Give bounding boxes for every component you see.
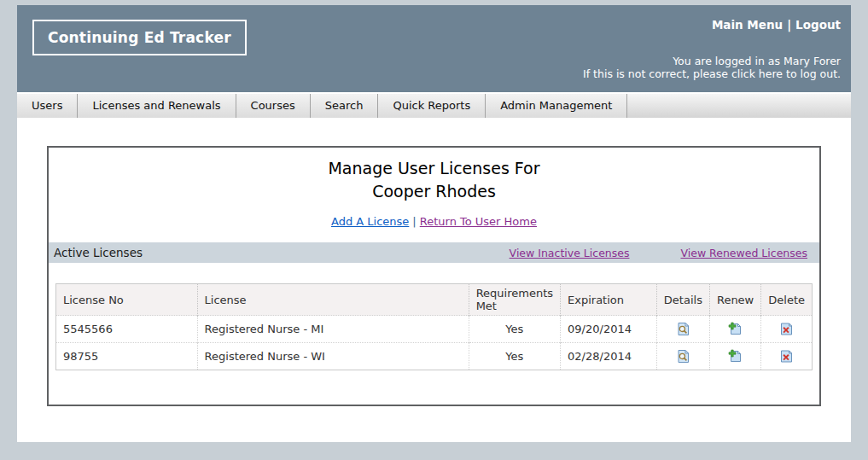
license-cell: Registered Nurse - WI xyxy=(197,343,469,370)
nav-tab-quick-reports[interactable]: Quick Reports xyxy=(378,94,486,118)
nav-tab-users[interactable]: Users xyxy=(17,94,78,118)
table-row: 98755 Registered Nurse - WI Yes 02/28/20… xyxy=(56,343,813,370)
expiration-cell: 09/20/2014 xyxy=(561,316,657,343)
requirements-met-cell: Yes xyxy=(469,316,560,343)
app-logo-text: Continuing Ed Tracker xyxy=(48,29,231,46)
main-nav: Users Licenses and Renewals Courses Sear… xyxy=(17,94,851,118)
col-header-license: License xyxy=(197,284,469,316)
return-to-user-home-link[interactable]: Return To User Home xyxy=(420,215,537,228)
requirements-met-cell: Yes xyxy=(469,343,560,370)
active-licenses-bar: Active Licenses View Inactive Licenses V… xyxy=(49,242,819,263)
col-header-expiration: Expiration xyxy=(561,284,657,316)
table-row: 5545566 Registered Nurse - MI Yes 09/20/… xyxy=(56,316,813,343)
section-title: Active Licenses xyxy=(49,246,143,259)
manage-licenses-panel: Manage User Licenses For Cooper Rhodes A… xyxy=(47,146,821,406)
nav-tab-courses[interactable]: Courses xyxy=(236,94,311,118)
table-header-row: License No License Requirements Met Expi… xyxy=(56,284,813,316)
col-header-delete: Delete xyxy=(761,284,813,316)
action-links: Add A License|Return To User Home xyxy=(49,215,819,228)
expiration-cell: 02/28/2014 xyxy=(561,343,657,370)
header-right: Main Menu|Logout You are logged in as Ma… xyxy=(583,18,841,80)
main-menu-link[interactable]: Main Menu xyxy=(712,18,783,32)
content-area: Manage User Licenses For Cooper Rhodes A… xyxy=(17,146,851,406)
delete-document-x-icon[interactable] xyxy=(779,322,794,336)
renew-document-add-icon[interactable] xyxy=(728,349,743,364)
menu-separator: | xyxy=(783,18,795,32)
page-title-line2: Cooper Rhodes xyxy=(49,180,819,203)
col-header-details: Details xyxy=(656,284,709,316)
logout-hint-suffix: to log out. xyxy=(783,67,841,80)
license-no-cell: 5545566 xyxy=(56,316,198,343)
logged-in-as-text: You are logged in as Mary Forer xyxy=(583,55,841,67)
logout-hint-prefix: If this is not correct, please xyxy=(583,67,731,80)
nav-tab-licenses-and-renewals[interactable]: Licenses and Renewals xyxy=(78,94,236,118)
col-header-license-no: License No xyxy=(56,284,198,316)
details-document-magnifier-icon[interactable] xyxy=(676,322,690,336)
header-menu: Main Menu|Logout xyxy=(583,18,841,32)
logout-link[interactable]: Logout xyxy=(795,18,841,32)
click-here-logout-link[interactable]: click here xyxy=(731,67,783,80)
licenses-table-wrap: License No License Requirements Met Expi… xyxy=(55,283,813,370)
delete-document-x-icon[interactable] xyxy=(779,349,794,364)
licenses-table: License No License Requirements Met Expi… xyxy=(55,283,813,370)
view-renewed-licenses-link[interactable]: View Renewed Licenses xyxy=(680,247,807,259)
license-no-cell: 98755 xyxy=(56,343,198,370)
nav-tab-search[interactable]: Search xyxy=(311,94,379,118)
details-document-magnifier-icon[interactable] xyxy=(676,349,690,364)
page-title: Manage User Licenses For Cooper Rhodes xyxy=(49,148,819,202)
action-links-separator: | xyxy=(409,215,419,228)
col-header-requirements-met: Requirements Met xyxy=(469,284,560,316)
nav-tab-admin-management[interactable]: Admin Management xyxy=(486,94,627,118)
site-header: Continuing Ed Tracker Main Menu|Logout Y… xyxy=(17,5,851,92)
renew-document-add-icon[interactable] xyxy=(728,322,743,336)
add-a-license-link[interactable]: Add A License xyxy=(331,215,409,228)
col-header-renew: Renew xyxy=(709,284,760,316)
page-title-line1: Manage User Licenses For xyxy=(49,157,819,180)
login-status: You are logged in as Mary Forer If this … xyxy=(583,55,841,80)
view-inactive-licenses-link[interactable]: View Inactive Licenses xyxy=(510,247,630,259)
license-cell: Registered Nurse - MI xyxy=(197,316,469,343)
page-container: Continuing Ed Tracker Main Menu|Logout Y… xyxy=(17,5,851,442)
app-logo: Continuing Ed Tracker xyxy=(32,20,247,55)
logout-hint-line: If this is not correct, please click her… xyxy=(583,67,841,80)
section-links: View Inactive Licenses View Renewed Lice… xyxy=(510,247,819,259)
